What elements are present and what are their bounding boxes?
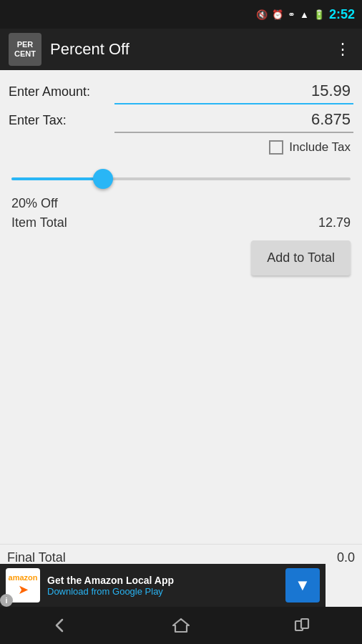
ad-download-button[interactable]: ▼ <box>285 568 320 602</box>
ad-subtitle: Download from Google Play <box>47 586 278 597</box>
more-options-icon[interactable]: ⋮ <box>332 37 353 62</box>
app-logo: PER CENT <box>9 33 41 66</box>
amazon-arrow-icon: ➤ <box>18 582 29 597</box>
tax-row: Enter Tax: <box>6 107 356 133</box>
amount-input-wrapper <box>114 79 353 104</box>
ad-info-badge[interactable]: i <box>0 594 13 607</box>
final-total-label: Final Total <box>7 550 66 565</box>
ad-banner: amazon ➤ Get the Amazon Local App Downlo… <box>0 564 326 607</box>
back-icon <box>51 616 69 635</box>
add-to-total-button[interactable]: Add to Total <box>251 240 351 275</box>
signal-icon: ▲ <box>300 9 309 20</box>
svg-rect-2 <box>301 619 308 628</box>
home-button[interactable] <box>163 613 199 638</box>
app-logo-line1: PER <box>17 40 34 49</box>
tax-input-wrapper <box>114 107 353 133</box>
include-tax-checkbox[interactable] <box>269 140 283 155</box>
add-to-total-row: Add to Total <box>6 238 356 283</box>
final-total-value: 0.0 <box>337 550 355 565</box>
include-tax-label: Include Tax <box>289 140 351 155</box>
svg-marker-0 <box>173 619 189 632</box>
amount-input[interactable] <box>114 79 353 103</box>
status-icons: 🔇 ⏰ ⚭ ▲ 🔋 2:52 <box>256 7 355 22</box>
recents-button[interactable] <box>284 613 320 638</box>
status-time: 2:52 <box>329 7 355 22</box>
main-content: Enter Amount: Enter Tax: Include Tax 20%… <box>0 70 362 283</box>
amazon-logo-text: amazon <box>9 573 38 582</box>
ad-text: Get the Amazon Local App Download from G… <box>47 575 278 597</box>
app-logo-line2: CENT <box>14 49 36 59</box>
item-total-row: Item Total 12.79 <box>6 214 356 238</box>
battery-icon: 🔋 <box>313 9 325 20</box>
alarm-icon: ⏰ <box>272 9 283 20</box>
item-total-value: 12.79 <box>318 215 351 230</box>
recents-icon <box>293 616 311 635</box>
percent-row: 20% Off <box>6 193 356 214</box>
nav-bar <box>0 607 362 644</box>
app-title: Percent Off <box>50 40 323 59</box>
slider-wrapper <box>11 165 351 193</box>
tax-label: Enter Tax: <box>9 113 109 128</box>
home-icon <box>172 616 190 635</box>
amount-row: Enter Amount: <box>6 79 356 104</box>
percent-off-label: 20% Off <box>11 196 58 211</box>
mute-icon: 🔇 <box>256 9 268 20</box>
discount-slider-section <box>6 159 356 193</box>
include-tax-row: Include Tax <box>6 136 356 159</box>
status-bar: 🔇 ⏰ ⚭ ▲ 🔋 2:52 <box>0 0 362 29</box>
amount-label: Enter Amount: <box>9 84 109 99</box>
tax-input[interactable] <box>114 107 353 132</box>
ad-title: Get the Amazon Local App <box>47 575 278 586</box>
item-total-label: Item Total <box>11 215 67 230</box>
download-icon: ▼ <box>295 576 310 595</box>
wifi-icon: ⚭ <box>288 9 295 20</box>
app-bar: PER CENT Percent Off ⋮ <box>0 29 362 70</box>
back-button[interactable] <box>42 613 78 638</box>
